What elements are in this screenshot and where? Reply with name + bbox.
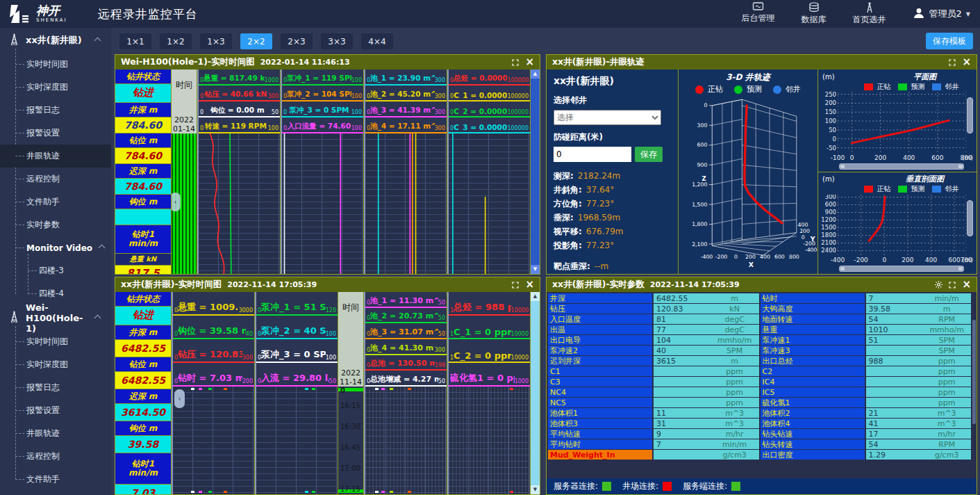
plan-view-chart-header: (m)平面图 [821, 72, 974, 81]
layout-button-2×2[interactable]: 2×2 [240, 33, 272, 49]
sidebar-item-四楼-4[interactable]: 四楼-4 [0, 282, 111, 305]
curve-label-value: 池_4 = 17.11 m^3 [370, 122, 435, 131]
scroll-down-icon[interactable]: ▼ [531, 265, 540, 274]
param-value: 104 [654, 336, 711, 344]
svg-text:800: 800 [789, 254, 799, 260]
sidebar-well-2[interactable]: Wei-H100(Hole-1) [0, 305, 111, 330]
curve-label-value: 悬重 = 817.49 kN [204, 74, 265, 83]
sidebar-item-远程控制[interactable]: 远程控制 [0, 445, 111, 468]
logo-text-cn: 神开 [36, 5, 67, 17]
vertical-scrollbar[interactable]: ▲▼ [531, 292, 540, 494]
curve-label-value: 泵冲_2 = 40 SPM [261, 325, 326, 337]
neighbor-well-select[interactable]: 选择 [554, 110, 661, 125]
param-text: 悬重 kN [130, 256, 157, 263]
mini-horizontal-scrollbar[interactable] [839, 266, 964, 272]
collapse-chevron-icon[interactable] [94, 314, 101, 321]
expand-icon[interactable] [512, 282, 519, 289]
mini-vertical-scrollbar[interactable] [966, 195, 974, 257]
layout-button-2×3[interactable]: 2×3 [281, 33, 313, 49]
param-value: 988 [866, 357, 923, 365]
sidebar-item-实时深度图[interactable]: 实时深度图 [0, 76, 111, 99]
vertical-scrollbar[interactable]: ▲▼ [531, 70, 540, 274]
sidebar-item-monitor-video[interactable]: Monitor Video [0, 236, 111, 259]
curve-max: 100 [326, 355, 336, 361]
sidebar-item-报警设置[interactable]: 报警设置 [0, 122, 111, 145]
close-icon[interactable]: × [525, 57, 534, 67]
sidebar-item-井眼轨迹[interactable]: 井眼轨迹 [0, 422, 111, 445]
param-box: 钻进 [115, 84, 171, 102]
nav-item-well-select[interactable]: 首页选井 [853, 2, 886, 26]
sidebar-item-报警日志[interactable]: 报警日志 [0, 99, 111, 122]
param-box: 钻井状态 [115, 292, 171, 306]
sidebar-item-报警日志[interactable]: 报警日志 [0, 376, 111, 399]
collapse-chevron-icon[interactable] [94, 37, 101, 44]
param-text: 迟深 m [129, 392, 158, 401]
param-text: 钻井状态 [126, 72, 160, 81]
close-icon[interactable]: × [962, 57, 971, 67]
layout-button-1×3[interactable]: 1×3 [200, 33, 232, 49]
scroll-thumb[interactable] [967, 200, 973, 236]
sidebar-item-实时参数[interactable]: 实时参数 [0, 213, 111, 236]
track-header: 0总烃 = 0.00001000000C_1 = 0.00001000000C_… [449, 70, 530, 133]
sidebar-item-文件助手[interactable]: 文件助手 [0, 190, 111, 213]
scroll-track[interactable] [531, 301, 540, 485]
scroll-thumb[interactable] [967, 97, 973, 133]
sidebar-item-实时时间图[interactable]: 实时时间图 [0, 330, 111, 353]
sidebar-item-文件助手[interactable]: 文件助手 [0, 468, 111, 491]
sidebar-item-远程控制[interactable]: 远程控制 [0, 168, 111, 190]
curve-max: 3000 [239, 307, 253, 314]
track-plot [449, 133, 530, 274]
sidebar-well-1[interactable]: xx井(新井眼) [0, 28, 111, 53]
nav-item-admin[interactable]: 后台管理 [742, 2, 775, 26]
layout-button-1×2[interactable]: 1×2 [160, 33, 192, 49]
collapse-handle[interactable]: ‹ [174, 389, 185, 408]
expand-icon[interactable] [949, 59, 956, 66]
mini-horizontal-scrollbar[interactable] [839, 163, 964, 170]
sidebar-item-报警设置[interactable]: 报警设置 [0, 399, 111, 422]
sidebar-item-实时深度图[interactable]: 实时深度图 [0, 353, 111, 376]
sidebar-item-实时时间图[interactable]: 实时时间图 [0, 53, 111, 76]
scroll-track[interactable] [531, 79, 540, 265]
settings-gear-icon[interactable] [935, 281, 942, 289]
layout-button-3×3[interactable]: 3×3 [321, 33, 353, 49]
plan-view-chart: (m)平面图正钻预测邻井250200150100500-50-100020040… [818, 70, 977, 172]
params-scrollbar[interactable] [972, 320, 976, 424]
expand-icon[interactable] [949, 282, 956, 289]
expand-icon[interactable] [512, 59, 519, 66]
status-indicator [602, 482, 611, 491]
panel-tr-titlebar: xx井(新井眼)-井眼轨迹× [547, 55, 977, 70]
sidebar-item-四楼-3[interactable]: 四楼-3 [0, 259, 111, 282]
curve-label-value: C_2 = 0.0000 [454, 107, 507, 115]
trajectory-field: 投影角:77.23° [554, 238, 671, 252]
nav-item-database[interactable]: 数据库 [802, 2, 827, 26]
close-icon[interactable]: × [962, 279, 971, 290]
sidebar-item-井眼轨迹[interactable]: 井眼轨迹 [0, 145, 111, 168]
curve-header-row: 硫化氢1 = 0 ppm1000 [449, 363, 530, 387]
sidebar-item-label: 报警日志 [26, 104, 60, 116]
time-axis-chart: 016:1516:3016:4517:0017:15 [338, 387, 363, 494]
param-value: 9 [654, 430, 711, 438]
curve-max: 300 [268, 93, 279, 99]
save-template-button[interactable]: 保存模板 [926, 33, 973, 49]
param-unit: SPM [922, 347, 971, 355]
mini-vertical-scrollbar[interactable] [966, 92, 974, 154]
scroll-up-icon[interactable]: ▲ [531, 292, 540, 301]
user-menu[interactable]: 管理员2 ▼ [913, 7, 970, 22]
scroll-down-icon[interactable]: ▼ [531, 485, 540, 494]
svg-text:1,800: 1,800 [692, 221, 707, 227]
distance-input[interactable] [554, 147, 631, 162]
scroll-up-icon[interactable]: ▲ [531, 70, 540, 79]
svg-text:300: 300 [697, 122, 708, 129]
event-dot [510, 491, 513, 493]
svg-text:0: 0 [734, 254, 738, 260]
sidebar-item-label: 远程控制 [26, 173, 60, 185]
layout-button-1×1[interactable]: 1×1 [119, 33, 151, 49]
curve-track-2: 0泵冲_1 = 51 SPM1200泵冲_2 = 40 SPM1000泵冲_3 … [255, 292, 338, 494]
layout-button-4×4[interactable]: 4×4 [361, 33, 393, 49]
collapse-handle[interactable]: ‹ [172, 193, 181, 211]
save-distance-button[interactable]: 保存 [635, 147, 663, 162]
param-name-cell: 钻头转速 [761, 439, 865, 449]
collapse-chevron-icon[interactable] [99, 245, 106, 252]
close-icon[interactable]: × [525, 279, 534, 290]
param-box: 钻井状态 [115, 70, 171, 83]
